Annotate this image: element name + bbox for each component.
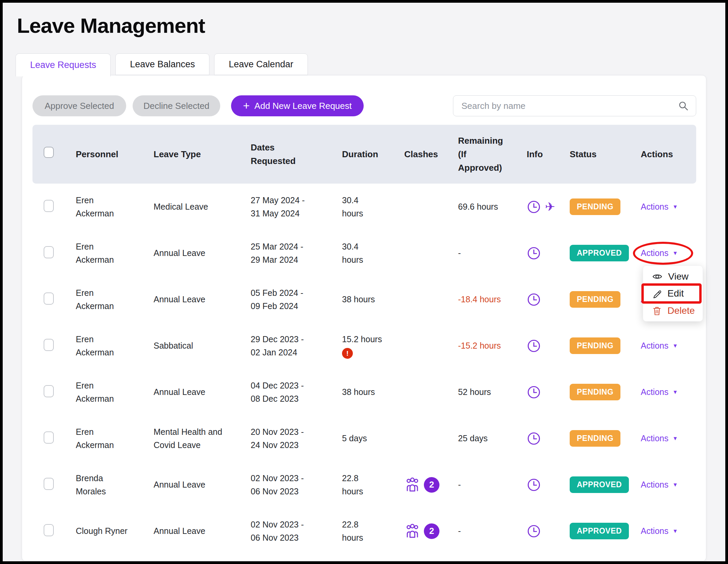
remaining-cell: 25 days	[458, 433, 527, 443]
status-cell: PENDING	[570, 384, 641, 400]
row-checkbox[interactable]	[44, 385, 54, 397]
row-checkbox[interactable]	[44, 246, 54, 258]
row-checkbox[interactable]	[44, 200, 54, 212]
tab-label: Leave Requests	[30, 60, 96, 70]
status-cell: PENDING	[570, 337, 641, 354]
airplane-icon[interactable]: ✈	[545, 201, 555, 213]
status-cell: PENDING	[570, 430, 641, 447]
chevron-down-icon: ▼	[673, 343, 678, 349]
select-all-checkbox[interactable]	[44, 147, 54, 158]
clock-icon[interactable]	[527, 524, 541, 538]
row-checkbox[interactable]	[44, 478, 54, 490]
clash-count-badge[interactable]: 2	[424, 477, 439, 493]
actions-dropdown-button[interactable]: Actions▼	[641, 341, 691, 351]
actions-label: Actions	[641, 526, 668, 536]
clash-count-badge[interactable]: 2	[424, 523, 439, 539]
leave-requests-panel: Approve Selected Decline Selected + Add …	[22, 75, 706, 561]
info-cell	[527, 246, 570, 260]
info-cell	[527, 478, 570, 492]
dates-cell: 29 Dec 2023 - 02 Jan 2024	[251, 333, 342, 359]
tab-leave-calendar[interactable]: Leave Calendar	[214, 53, 308, 75]
actions-label: Actions	[641, 202, 668, 212]
leave-type-cell: Annual Leave	[154, 246, 251, 260]
duration-value: 30.4 hours	[342, 194, 363, 220]
row-checkbox[interactable]	[44, 431, 54, 444]
actions-dropdown-button[interactable]: Actions▼	[641, 433, 691, 443]
col-dates-requested: Dates Requested	[251, 141, 342, 168]
actions-cell: Actions▼	[641, 526, 696, 536]
table-row: Eren Ackerman Medical Leave 27 May 2024 …	[32, 184, 696, 230]
chevron-down-icon: ▼	[673, 436, 678, 442]
search-input[interactable]	[453, 95, 696, 116]
leave-type-cell: Mental Health and Covid Leave	[154, 425, 251, 452]
table-row: Eren Ackerman Sabbatical 29 Dec 2023 - 0…	[32, 323, 696, 369]
status-cell: APPROVED	[570, 245, 641, 261]
leave-type-cell: Annual Leave	[154, 293, 251, 306]
personnel-cell: Brenda Morales	[76, 472, 154, 498]
remaining-cell: 52 hours	[458, 387, 527, 397]
actions-dropdown-button[interactable]: Actions▼	[641, 480, 691, 490]
row-checkbox[interactable]	[44, 292, 54, 305]
row-checkbox[interactable]	[44, 339, 54, 351]
decline-selected-button[interactable]: Decline Selected	[133, 95, 220, 116]
chevron-down-icon: ▼	[673, 389, 678, 395]
personnel-cell: Eren Ackerman	[76, 240, 154, 266]
duration-value: 30.4 hours	[342, 240, 363, 266]
status-cell: PENDING	[570, 198, 641, 215]
col-personnel: Personnel	[76, 147, 154, 161]
personnel-cell: Clough Ryner	[76, 524, 154, 538]
menu-item-edit[interactable]: Edit	[643, 285, 703, 302]
actions-dropdown-button[interactable]: Actions▼	[641, 526, 691, 536]
people-group-icon	[404, 523, 420, 539]
remaining-cell: -	[458, 526, 527, 536]
info-cell	[527, 431, 570, 446]
add-new-leave-request-button[interactable]: + Add New Leave Request	[231, 95, 364, 116]
status-badge: APPROVED	[570, 476, 629, 493]
dates-cell: 27 May 2024 - 31 May 2024	[251, 194, 342, 220]
clock-icon[interactable]	[527, 478, 541, 492]
duration-cell: 30.4 hours	[342, 240, 404, 266]
duration-cell: 38 hours	[342, 385, 404, 399]
info-cell	[527, 339, 570, 353]
clock-icon[interactable]	[527, 200, 541, 214]
actions-dropdown-button-open[interactable]: Actions▼	[641, 248, 691, 258]
status-badge: PENDING	[570, 430, 620, 447]
duration-cell: 15.2 hours !	[342, 333, 404, 359]
actions-dropdown-button[interactable]: Actions▼	[641, 387, 691, 397]
search-icon	[678, 100, 689, 111]
tab-label: Leave Calendar	[229, 59, 293, 70]
row-checkbox[interactable]	[44, 524, 54, 536]
col-info: Info	[527, 147, 570, 161]
tab-leave-balances[interactable]: Leave Balances	[115, 53, 209, 75]
status-badge: PENDING	[570, 384, 620, 400]
table-row: Eren Ackerman Annual Leave 05 Feb 2024 -…	[32, 276, 696, 323]
table-row: Eren Ackerman Annual Leave 25 Mar 2024 -…	[32, 230, 696, 276]
page-title: Leave Management	[17, 14, 205, 38]
add-button-label: Add New Leave Request	[254, 101, 352, 111]
actions-label: Actions	[641, 433, 668, 443]
remaining-cell: -	[458, 480, 527, 490]
clock-icon[interactable]	[527, 385, 541, 399]
status-badge: APPROVED	[570, 523, 629, 539]
status-cell: APPROVED	[570, 476, 641, 493]
leave-type-cell: Medical Leave	[154, 200, 251, 213]
clock-icon[interactable]	[527, 431, 541, 446]
actions-dropdown-button[interactable]: Actions▼	[641, 202, 691, 212]
actions-cell: Actions▼	[641, 480, 696, 490]
menu-item-delete[interactable]: Delete	[643, 302, 703, 319]
menu-item-view[interactable]: View	[643, 268, 703, 285]
status-badge: PENDING	[570, 198, 620, 215]
warning-icon[interactable]: !	[342, 348, 353, 359]
tab-label: Leave Balances	[130, 59, 195, 70]
info-cell	[527, 385, 570, 399]
clock-icon[interactable]	[527, 292, 541, 307]
tab-leave-requests[interactable]: Leave Requests	[16, 53, 111, 76]
approve-selected-button[interactable]: Approve Selected	[32, 95, 126, 116]
clock-icon[interactable]	[527, 339, 541, 353]
actions-label: Actions	[641, 248, 668, 258]
leave-management-screen: Leave Management Leave Requests Leave Ba…	[0, 0, 728, 564]
actions-cell: Actions▼	[641, 387, 696, 397]
clock-icon[interactable]	[527, 246, 541, 260]
duration-value: 22.8 hours	[342, 518, 363, 544]
trash-icon	[652, 306, 662, 316]
